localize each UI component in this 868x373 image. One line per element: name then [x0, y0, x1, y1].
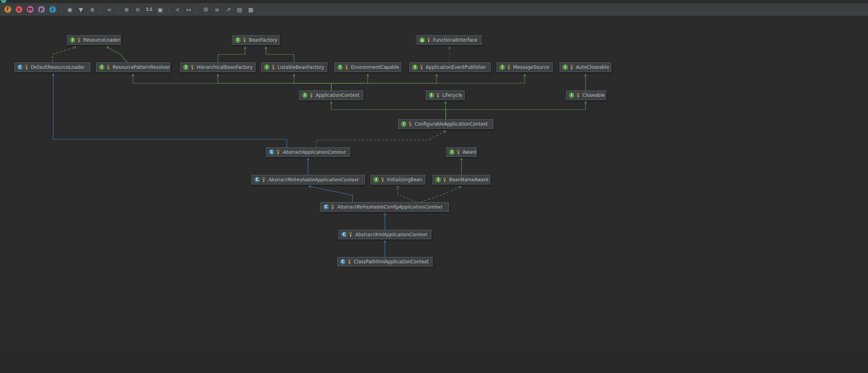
node-Closeable[interactable]: ICloseable [566, 90, 606, 100]
node-ResourcePatternResolver[interactable]: IResourcePatternResolver [96, 62, 170, 72]
node-label: ClassPathXmlApplicationContext [354, 259, 429, 265]
properties-toggle-button-icon: p [38, 6, 45, 13]
change-scope-button[interactable]: ▼ [76, 5, 86, 14]
key-icon [262, 177, 266, 182]
constructors-toggle-button-icon: c [16, 6, 22, 13]
node-ListableBeanFactory[interactable]: IListableBeanFactory [261, 62, 327, 72]
node-AbstractRefreshableApplicationContext[interactable]: CAbstractRefreshableApplicationContext [252, 175, 365, 184]
fit-content-button[interactable]: ▣ [155, 5, 165, 14]
interface-icon: I [449, 149, 455, 155]
interface-icon: I [264, 64, 270, 70]
diagram-canvas[interactable]: IResourceLoaderIBeanFactory@FunctionalIn… [0, 16, 868, 353]
node-label: ResourcePatternResolver [113, 64, 170, 70]
node-ResourceLoader[interactable]: IResourceLoader [67, 35, 121, 45]
node-AbstractApplicationContext[interactable]: CAbstractApplicationContext [266, 147, 350, 157]
key-icon [106, 65, 111, 70]
edge-ApplicationContext-to-ResourcePatternResolver [133, 74, 331, 90]
fields-toggle-button-icon: f [4, 6, 11, 13]
abstract-icon: C [254, 177, 260, 182]
key-icon [344, 65, 349, 70]
node-label: ApplicationEventPublisher [426, 64, 486, 70]
methods-toggle-button[interactable]: m [25, 5, 35, 14]
edge-ResourcePatternResolver-to-ResourceLoader [107, 47, 127, 62]
key-icon [347, 259, 352, 265]
methods-toggle-button-icon: m [27, 6, 34, 13]
interface-icon: I [373, 177, 379, 182]
node-FunctionalInterface[interactable]: @FunctionalInterface [417, 35, 482, 45]
node-Aware[interactable]: IAware [446, 147, 477, 157]
key-icon [436, 93, 440, 98]
node-ApplicationContext[interactable]: IApplicationContext [299, 90, 363, 100]
node-AbstractRefreshableConfigApplicationContext[interactable]: CAbstractRefreshableConfigApplicationCon… [320, 202, 449, 212]
zoom-in-button[interactable]: ⊕ [121, 5, 132, 14]
node-AutoCloseable[interactable]: IAutoCloseable [560, 62, 611, 72]
node-label: BeanFactory [249, 37, 277, 43]
zoom-out-button[interactable]: ⊖ [133, 5, 143, 14]
node-label: InitializingBean [387, 177, 422, 182]
node-BeanFactory[interactable]: IBeanFactory [232, 35, 280, 45]
toolbar-separator [169, 6, 169, 13]
node-label: MessageSource [513, 64, 549, 70]
toolbar-separator [197, 6, 197, 13]
key-icon [507, 65, 511, 70]
save-diagram-button[interactable]: ▦ [246, 5, 256, 14]
show-dependencies-button[interactable]: ⋔ [87, 5, 97, 14]
node-label: ApplicationContext [316, 92, 359, 98]
edge-AbstractRefreshableConfigApplicationContext-to-AbstractRefreshableApplicationContext [309, 186, 352, 202]
node-label: ListableBeanFactory [278, 64, 324, 70]
interface-icon: I [412, 64, 418, 70]
node-ConfigurableApplicationContext[interactable]: IConfigurableApplicationContext [398, 119, 493, 129]
edge-ApplicationContext-to-EnvironmentCapable [331, 74, 368, 90]
node-ClassPathXmlApplicationContext[interactable]: CClassPathXmlApplicationContext [337, 257, 433, 267]
inner-classes-toggle-button[interactable]: i [47, 5, 58, 14]
fields-toggle-button[interactable]: f [2, 5, 13, 14]
link-nodes-button[interactable]: ∞ [104, 5, 115, 14]
copy-diagram-button[interactable]: ⧉ [201, 5, 211, 14]
align-nodes-button[interactable]: ≡ [212, 5, 222, 14]
node-label: ResourceLoader [83, 37, 120, 43]
actual-size-button[interactable]: 1:1 [144, 5, 154, 14]
node-label: BeanNameAware [449, 177, 489, 182]
node-InitializingBean[interactable]: IInitializingBean [371, 175, 425, 184]
toolbar-separator [118, 6, 118, 13]
visibility-level-button[interactable]: ◉ [64, 5, 75, 14]
node-MessageSource[interactable]: IMessageSource [497, 62, 553, 72]
node-Lifecycle[interactable]: ILifecycle [426, 90, 465, 100]
cropped-tab-icon [1, 0, 6, 3]
key-icon [309, 93, 314, 98]
abstract-icon: C [341, 232, 347, 237]
export-diagram-button[interactable]: ↗ [223, 5, 234, 14]
interface-icon: I [401, 121, 407, 127]
edge-ApplicationContext-to-ListableBeanFactory [294, 74, 331, 90]
key-icon [77, 38, 81, 43]
node-DefaultResourceLoader[interactable]: CDefaultResourceLoader [14, 62, 91, 72]
bottom-panel [0, 353, 868, 373]
node-EnvironmentCapable[interactable]: IEnvironmentCapable [334, 62, 401, 72]
node-label: AbstractRefreshableApplicationContext [268, 177, 358, 182]
properties-toggle-button[interactable]: p [36, 5, 46, 14]
node-BeanNameAware[interactable]: IBeanNameAware [433, 175, 490, 184]
interface-icon: I [302, 92, 308, 98]
node-label: ConfigurableApplicationContext [415, 121, 488, 127]
key-icon [276, 150, 280, 155]
node-ApplicationEventPublisher[interactable]: IApplicationEventPublisher [409, 62, 491, 72]
print-button[interactable]: ▤ [234, 5, 245, 14]
inner-classes-toggle-button-icon: i [49, 6, 56, 13]
key-icon [381, 177, 385, 182]
node-label: Lifecycle [442, 92, 462, 98]
route-edges-button[interactable]: ↦ [183, 5, 194, 14]
toolbar-separator [101, 6, 101, 13]
annotation-icon: @ [419, 37, 425, 43]
toolbar-separator [61, 6, 61, 13]
node-label: Aware [463, 149, 477, 155]
edge-ApplicationContext-to-HierarchicalBeanFactory [218, 74, 331, 90]
node-label: AbstractRefreshableConfigApplicationCont… [337, 204, 442, 210]
abstract-icon: C [323, 204, 329, 210]
apply-layout-button[interactable]: ≺ [172, 5, 183, 14]
key-icon [330, 205, 335, 210]
node-HierarchicalBeanFactory[interactable]: IHierarchicalBeanFactory [180, 62, 256, 72]
node-label: AbstractXmlApplicationContext [355, 232, 427, 237]
node-AbstractXmlApplicationContext[interactable]: CAbstractXmlApplicationContext [338, 230, 431, 239]
constructors-toggle-button[interactable]: c [14, 5, 24, 14]
class-icon: C [340, 259, 346, 265]
